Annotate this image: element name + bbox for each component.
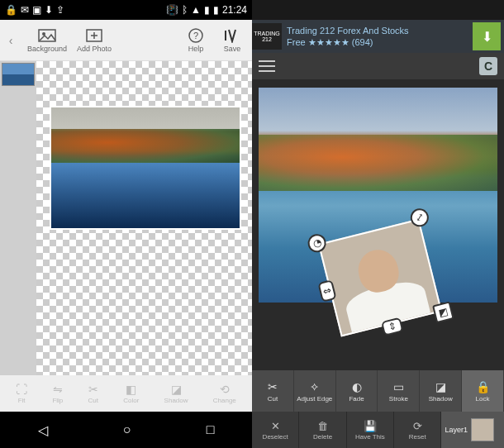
layer-tab[interactable]: Layer1 <box>441 412 504 448</box>
status-left-icons: 🔒 ✉ ▣ ⬇ ⇪ <box>5 4 64 16</box>
help-label: Help <box>188 45 204 53</box>
cut-label: Cut <box>88 397 98 404</box>
reset-label: Reset <box>409 433 426 441</box>
android-navbar: ◁ ○ □ <box>0 412 252 448</box>
ad-text: Trading 212 Forex And Stocks Free ★★★★★ … <box>287 25 473 49</box>
flip-button[interactable]: ⇋Flip <box>52 383 63 404</box>
adjust-edge-button[interactable]: ⟡Adjust Edge <box>294 370 336 412</box>
change-label: Change <box>213 397 236 404</box>
have-this-label: Have This <box>355 433 385 441</box>
stroke-button[interactable]: ▭Stroke <box>378 370 420 412</box>
tools-row-2: ✕Deselect 🗑Delete 💾Have This ⟳Reset Laye… <box>252 412 504 448</box>
delete-button[interactable]: 🗑Delete <box>299 412 346 448</box>
ad-logo-num: 212 <box>262 36 272 42</box>
clock: 21:24 <box>222 4 247 16</box>
stroke-label: Stroke <box>389 395 408 403</box>
flip-icon: ⇋ <box>53 383 63 396</box>
text-icon <box>223 28 241 43</box>
change-icon: ⟲ <box>220 383 230 396</box>
nav-back[interactable]: ◁ <box>38 422 48 438</box>
adjust-icon: ⟡ <box>311 379 318 393</box>
help-button[interactable]: ? Help <box>181 28 211 53</box>
save-label: Save <box>224 45 241 53</box>
deselect-label: Deselect <box>263 433 288 441</box>
wifi-icon: ▲ <box>191 4 201 16</box>
cut-button[interactable]: ✂Cut <box>88 383 98 404</box>
download-icon: ⬇ <box>45 4 53 16</box>
close-icon: ✕ <box>271 420 280 432</box>
background-label: Background <box>27 45 67 53</box>
lock-icon: 🔒 <box>476 380 490 393</box>
ad-logo: TRADING 212 <box>252 23 282 50</box>
have-this-button[interactable]: 💾Have This <box>347 412 394 448</box>
scissors-icon: ✂ <box>88 383 98 396</box>
svg-text:?: ? <box>193 31 198 41</box>
crop-handle[interactable]: ◩ <box>432 301 454 323</box>
layer-thumbnail[interactable] <box>2 63 35 86</box>
layer-image[interactable] <box>318 218 442 336</box>
app-icon: ▣ <box>32 4 41 16</box>
lock-button[interactable]: 🔒Lock <box>462 370 504 412</box>
mail-icon: ✉ <box>21 4 29 16</box>
bt-icon: ᛒ <box>182 4 188 16</box>
top-toolbar: ‹ Background Add Photo ? Help Save <box>0 20 252 61</box>
fade-button[interactable]: ◐Fade <box>336 370 378 412</box>
layer-label: Layer1 <box>445 426 468 434</box>
status-bar: 🔒 ✉ ▣ ⬇ ⇪ 📳 ᛒ ▲ ▮ ▮ 21:24 <box>0 0 252 20</box>
left-phone: 🔒 ✉ ▣ ⬇ ⇪ 📳 ᛒ ▲ ▮ ▮ 21:24 ‹ Background <box>0 0 252 448</box>
vibrate-icon: 📳 <box>166 4 178 16</box>
fit-label: Fit <box>18 397 26 404</box>
c-badge[interactable]: C <box>479 57 497 75</box>
ad-banner[interactable]: TRADING 212 Trading 212 Forex And Stocks… <box>252 20 504 53</box>
add-photo-button[interactable]: Add Photo <box>71 28 117 53</box>
delete-label: Delete <box>313 433 332 441</box>
shadow-icon: ◪ <box>171 383 182 396</box>
battery-icon: ▮ <box>213 4 219 16</box>
canvas-area[interactable]: ◔ ⤢ ⇔ ⇕ ◩ <box>252 79 504 370</box>
fade-label: Fade <box>349 395 364 403</box>
color-button[interactable]: ◧Color <box>123 383 139 404</box>
cut-button[interactable]: ✂Cut <box>252 370 294 412</box>
fit-icon: ⛶ <box>16 383 27 396</box>
flip-label: Flip <box>52 397 63 404</box>
stroke-icon: ▭ <box>393 380 404 393</box>
color-label: Color <box>123 397 139 404</box>
reset-icon: ⟳ <box>413 420 422 432</box>
background-photo[interactable] <box>50 106 241 230</box>
menu-button[interactable] <box>259 60 275 72</box>
status-right-icons: 📳 ᛒ ▲ ▮ ▮ 21:24 <box>166 4 247 16</box>
canvas-area[interactable] <box>0 61 252 375</box>
shadow-label: Shadow <box>164 397 188 404</box>
nav-home[interactable]: ○ <box>123 422 131 437</box>
adjust-edge-label: Adjust Edge <box>297 395 332 403</box>
app-bar: C <box>252 53 504 79</box>
lock-icon: 🔒 <box>5 4 17 16</box>
status-bar <box>252 0 504 20</box>
scissors-icon: ✂ <box>268 380 278 393</box>
change-button[interactable]: ⟲Change <box>213 383 236 404</box>
color-icon: ◧ <box>126 383 136 396</box>
download-button[interactable]: ⬇ <box>473 22 501 50</box>
shadow-button[interactable]: ◪Shadow <box>420 370 462 412</box>
cut-label: Cut <box>268 395 278 403</box>
save-button[interactable]: Save <box>216 28 249 53</box>
deselect-button[interactable]: ✕Deselect <box>252 412 299 448</box>
ad-logo-text: TRADING <box>254 31 280 36</box>
bottom-toolbar: ⛶Fit ⇋Flip ✂Cut ◧Color ◪Shadow ⟲Change <box>0 375 252 412</box>
tools-row-1: ✂Cut ⟡Adjust Edge ◐Fade ▭Stroke ◪Shadow … <box>252 370 504 412</box>
add-photo-label: Add Photo <box>77 45 112 53</box>
save-icon: 💾 <box>364 420 377 432</box>
ad-title: Trading 212 Forex And Stocks <box>287 25 473 36</box>
signal-icon: ▮ <box>204 4 210 16</box>
trash-icon: 🗑 <box>317 420 328 432</box>
back-button[interactable]: ‹ <box>3 34 18 47</box>
update-icon: ⇪ <box>56 4 64 16</box>
reset-button[interactable]: ⟳Reset <box>394 412 441 448</box>
nav-recent[interactable]: □ <box>207 422 215 437</box>
right-phone: TRADING 212 Trading 212 Forex And Stocks… <box>252 0 504 448</box>
download-arrow-icon: ⬇ <box>482 29 492 45</box>
fit-button[interactable]: ⛶Fit <box>16 383 27 404</box>
shadow-button[interactable]: ◪Shadow <box>164 383 188 404</box>
ad-subtitle: Free ★★★★★ (694) <box>287 36 473 48</box>
background-button[interactable]: Background <box>23 28 71 53</box>
